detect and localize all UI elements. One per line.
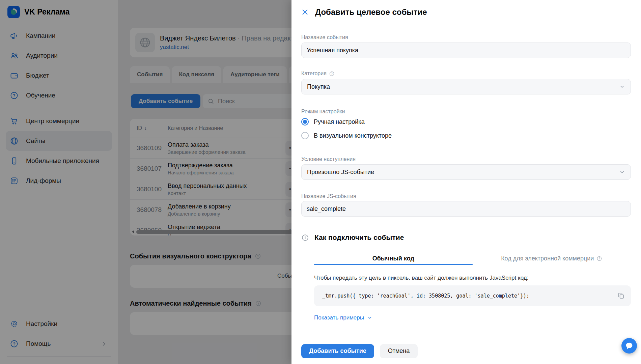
code-tabs: Обычный код Код для электронной коммерци… bbox=[314, 252, 631, 265]
code-instructions-text: Чтобы передать эту цель в пиксель, ваш с… bbox=[314, 275, 631, 281]
setup-mode-label: Режим настройки bbox=[301, 109, 631, 115]
code-snippet-block: _tmr.push({ type: 'reachGoal', id: 35080… bbox=[314, 285, 631, 306]
drawer-footer: Добавить событие Отмена bbox=[291, 338, 641, 364]
chevron-down-icon bbox=[619, 84, 625, 90]
radio-label: В визуальном конструкторе bbox=[314, 132, 392, 139]
svg-text:?: ? bbox=[599, 257, 601, 260]
drawer-header: Добавить целевое событие bbox=[291, 0, 641, 24]
support-chat-button[interactable] bbox=[621, 338, 637, 354]
divider bbox=[301, 64, 631, 64]
add-target-event-drawer: Добавить целевое событие Название событи… bbox=[291, 0, 641, 364]
radio-unselected-icon[interactable] bbox=[301, 132, 309, 139]
category-select[interactable]: Покупка bbox=[301, 79, 631, 94]
event-name-label: Название события bbox=[301, 34, 631, 40]
js-code-snippet: _tmr.push({ type: 'reachGoal', id: 35080… bbox=[322, 293, 529, 299]
cancel-button[interactable]: Отмена bbox=[380, 344, 418, 358]
info-circle-icon bbox=[301, 234, 309, 242]
svg-text:?: ? bbox=[331, 72, 333, 75]
hint-question-icon[interactable]: ? bbox=[329, 71, 335, 77]
radio-selected-icon[interactable] bbox=[301, 118, 309, 125]
condition-select[interactable]: Произошло JS-событие bbox=[301, 164, 631, 180]
drawer-title: Добавить целевое событие bbox=[315, 7, 427, 17]
js-event-label: Название JS-события bbox=[301, 193, 631, 199]
divider bbox=[301, 224, 631, 224]
hint-question-icon[interactable]: ? bbox=[596, 256, 602, 261]
condition-label: Условие наступления bbox=[301, 156, 631, 162]
how-to-connect-heading: Как подключить событие bbox=[301, 233, 631, 242]
chevron-down-icon bbox=[619, 169, 625, 175]
radio-label: Ручная настройка bbox=[314, 118, 365, 125]
event-name-field[interactable] bbox=[301, 43, 631, 58]
chat-bubble-icon bbox=[625, 341, 634, 350]
submit-add-event-button[interactable]: Добавить событие bbox=[301, 344, 374, 358]
category-label: Категория ? bbox=[301, 71, 631, 77]
tab-ecommerce-code[interactable]: Код для электронной коммерции ? bbox=[473, 252, 631, 265]
copy-icon[interactable] bbox=[617, 292, 625, 300]
chevron-down-icon bbox=[367, 315, 372, 320]
close-icon[interactable] bbox=[301, 8, 309, 16]
radio-manual-setup[interactable]: Ручная настройка bbox=[301, 118, 631, 125]
radio-visual-constructor[interactable]: В визуальном конструкторе bbox=[301, 132, 631, 139]
condition-value: Произошло JS-событие bbox=[307, 169, 374, 176]
category-value: Покупка bbox=[307, 83, 330, 90]
tab-regular-code[interactable]: Обычный код bbox=[314, 252, 473, 265]
show-examples-link[interactable]: Показать примеры bbox=[314, 314, 372, 321]
drawer-body: Название события Категория ? Покупка Реж… bbox=[291, 34, 641, 321]
js-event-field[interactable] bbox=[301, 201, 631, 217]
